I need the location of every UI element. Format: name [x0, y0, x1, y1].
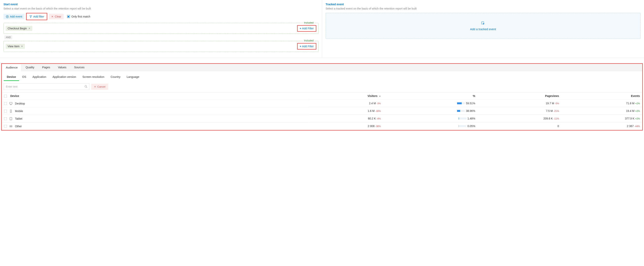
pct-bar: [457, 110, 465, 112]
search-input[interactable]: [6, 85, 84, 88]
highlight-add-filter-row: + Add Filter: [297, 43, 316, 50]
pct-bar: [458, 118, 466, 120]
table-row[interactable]: Tablet60.2 K-4%1.48%209.6 K-11%377.9 K+2…: [2, 115, 642, 122]
add-event-button[interactable]: Add event: [4, 14, 24, 19]
close-icon: [94, 86, 96, 88]
plus-circle-icon: [6, 15, 9, 18]
tab-audience[interactable]: Audience: [2, 64, 22, 71]
start-event-toolbar: Add event Add filter Clear Only first: [4, 13, 318, 20]
delta: -44%: [634, 125, 640, 128]
mobile-icon: [9, 109, 13, 113]
row-checkbox[interactable]: [4, 110, 7, 112]
other-icon: [9, 124, 13, 128]
event-block: Included View Item ✕ + Add Filter: [4, 41, 318, 52]
subtab-application[interactable]: Application: [30, 74, 50, 81]
cursor-click-icon: [481, 21, 485, 26]
row-checkbox[interactable]: [4, 117, 7, 120]
search-icon[interactable]: [84, 85, 88, 88]
clear-label: Clear: [55, 15, 61, 18]
pct-cell: 0.05%: [458, 124, 475, 128]
pct-value: 38.96%: [466, 109, 475, 112]
tracked-event-title: Tracked event: [326, 3, 641, 6]
event-chip-label: View Item: [8, 45, 20, 48]
svg-rect-11: [10, 102, 12, 104]
add-filter-button[interactable]: Add filter: [27, 14, 46, 19]
delta: -5%: [555, 102, 559, 105]
add-filter-row-button[interactable]: + Add Filter: [298, 26, 315, 31]
row-checkbox[interactable]: [4, 125, 7, 128]
device-name: Desktop: [15, 102, 25, 105]
col-pct[interactable]: %: [383, 92, 478, 100]
tab-sources[interactable]: Sources: [70, 64, 88, 71]
audience-filter-panel: AudienceQualityPagesValuesSources Device…: [1, 63, 643, 130]
delta: -11%: [554, 117, 559, 120]
included-label: Included: [303, 39, 314, 42]
delta: -3%: [377, 102, 381, 105]
table-row[interactable]: Other2 008-38%0.05%02 367-44%: [2, 122, 642, 130]
only-first-match-checkbox[interactable]: Only first match: [67, 15, 90, 18]
only-first-label: Only first match: [72, 15, 90, 18]
start-event-desc: Select a start event on the basis of whi…: [4, 7, 318, 10]
plus-icon: +: [300, 27, 301, 30]
svg-point-21: [11, 126, 12, 126]
subtab-language[interactable]: Language: [124, 74, 142, 81]
svg-marker-3: [30, 16, 32, 18]
tab-quality[interactable]: Quality: [22, 64, 38, 71]
add-tracked-event-label: Add a tracked event: [470, 28, 496, 31]
visitors-value: 1.6 M: [368, 109, 374, 112]
clear-button[interactable]: Clear: [49, 14, 64, 19]
add-filter-row-button[interactable]: + Add Filter: [298, 44, 315, 49]
tab-pages[interactable]: Pages: [38, 64, 54, 71]
delta: +2%: [635, 110, 640, 112]
event-chip[interactable]: Checkout Begin ✕: [6, 26, 32, 31]
tabs-primary: AudienceQualityPagesValuesSources: [2, 64, 642, 71]
close-icon: [51, 15, 54, 18]
tracked-event-panel: Tracked event Select a tracked event on …: [322, 0, 644, 58]
plus-icon: +: [300, 45, 301, 48]
pageviews-value: 19.7 M: [546, 102, 554, 105]
add-tracked-event-dropzone[interactable]: Add a tracked event: [326, 13, 641, 39]
delta: +2%: [635, 102, 640, 105]
tablet-icon: [9, 117, 13, 120]
tab-values[interactable]: Values: [54, 64, 70, 71]
pct-cell: 1.48%: [458, 117, 475, 120]
included-label: Included: [303, 21, 314, 24]
select-all-checkbox[interactable]: [4, 95, 7, 98]
tracked-event-desc: Select a tracked event on the basis of w…: [326, 7, 641, 10]
table-row[interactable]: Mobile1.6 M-16%38.96%7.5 M-21%19.4 M+2%: [2, 107, 642, 115]
subtab-application-version[interactable]: Application version: [50, 74, 80, 81]
col-events[interactable]: Events: [561, 92, 642, 100]
pct-value: 0.05%: [468, 124, 475, 128]
pct-cell: 38.96%: [457, 109, 475, 112]
tabs-secondary: DeviceOSApplicationApplication versionSc…: [2, 71, 642, 81]
col-device[interactable]: Device: [10, 94, 19, 98]
pageviews-value: 0: [558, 124, 559, 128]
pageviews-value: 209.6 K: [544, 117, 553, 120]
events-value: 377.9 K: [625, 117, 634, 120]
row-checkbox[interactable]: [4, 102, 7, 105]
checkbox-icon: [67, 15, 70, 18]
col-visitors[interactable]: Visitors: [368, 94, 378, 98]
filter-row: Cancel: [2, 81, 642, 92]
col-pageviews[interactable]: Pageviews: [478, 92, 561, 100]
delta: -4%: [377, 117, 381, 120]
pct-value: 1.48%: [468, 117, 475, 120]
subtab-country[interactable]: Country: [108, 74, 124, 81]
subtab-os[interactable]: OS: [19, 74, 30, 81]
event-chip[interactable]: View Item ✕: [6, 44, 25, 49]
subtab-screen-resolution[interactable]: Screen resolution: [79, 74, 108, 81]
device-name: Other: [15, 125, 22, 128]
svg-point-20: [11, 126, 11, 126]
events-value: 2 367: [627, 124, 634, 128]
cancel-button[interactable]: Cancel: [91, 84, 108, 90]
svg-point-7: [85, 86, 86, 87]
and-connector: AND: [4, 36, 12, 39]
pageviews-value: 7.5 M: [546, 109, 553, 112]
remove-chip-icon[interactable]: ✕: [21, 45, 23, 48]
pct-cell: 59.51%: [457, 102, 475, 105]
highlight-add-filter-row: + Add Filter: [297, 25, 316, 32]
table-row[interactable]: Desktop2.4 M-3%59.51%19.7 M-5%71.8 M+2%: [2, 100, 642, 107]
subtab-device[interactable]: Device: [4, 74, 19, 81]
remove-chip-icon[interactable]: ✕: [28, 27, 30, 30]
search-input-wrap: [4, 83, 89, 90]
